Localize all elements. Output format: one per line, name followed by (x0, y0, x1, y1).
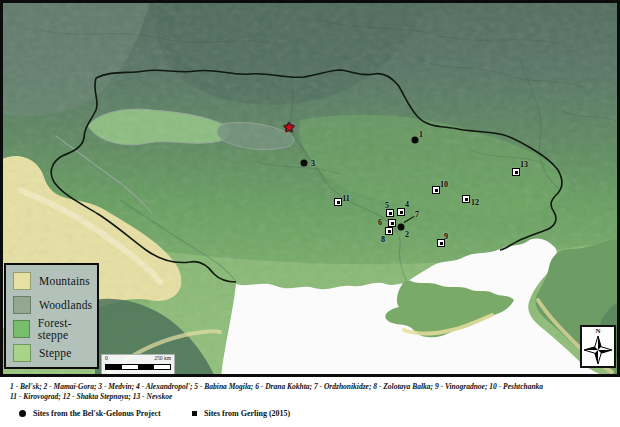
site-10-label: 10 (440, 180, 448, 189)
site-8-label: 8 (381, 235, 385, 244)
site-7-label: 7 (415, 210, 419, 219)
site-2-circle-marker (398, 224, 405, 231)
key-item-belsk-gelonus: Sites from the Bel'sk-Gelonus Project (19, 409, 161, 418)
site-3-label: 3 (311, 159, 315, 168)
key-item-gerling: Sites from Gerling (2015) (192, 409, 290, 418)
site-13-label: 13 (520, 160, 528, 169)
square-marker-icon (192, 411, 197, 416)
site-11-label: 11 (342, 194, 350, 203)
site-6-square-marker (388, 219, 396, 227)
site-7-leader-line (404, 216, 415, 223)
site-12-square-marker (462, 195, 470, 203)
circle-marker-icon (19, 410, 26, 417)
figure-caption: 1 - Bel'sk; 2 - Mamai-Gora; 3 - Medvin; … (10, 382, 614, 402)
figure-map-of-ukraine-sites: Mountains Woodlands Forest-steppe Steppe… (0, 0, 620, 427)
site-8-square-marker (385, 227, 393, 235)
site-12-label: 12 (471, 198, 479, 207)
caption-line-2: 11 - Kirovograd; 12 - Shakta Stepnaya; 1… (10, 392, 614, 402)
site-3-circle-marker (301, 160, 308, 167)
key-label: Sites from the Bel'sk-Gelonus Project (33, 409, 161, 418)
site-5-square-marker (386, 209, 394, 217)
site-10-square-marker (432, 186, 440, 194)
site-1-circle-marker (412, 137, 419, 144)
site-5-label: 5 (385, 201, 389, 210)
site-6-label: 6 (378, 218, 382, 227)
map-canvas: Mountains Woodlands Forest-steppe Steppe… (0, 0, 620, 377)
site-11-square-marker (334, 198, 342, 206)
caption-line-1: 1 - Bel'sk; 2 - Mamai-Gora; 3 - Medvin; … (10, 382, 614, 392)
site-9-label: 9 (444, 232, 448, 241)
site-4-square-marker (397, 208, 405, 216)
symbol-key: Sites from the Bel'sk-Gelonus Project Si… (0, 409, 620, 423)
site-13-square-marker (512, 168, 520, 176)
site-2-label: 2 (405, 230, 409, 239)
site-markers-layer: 12345678910111213★ (0, 0, 620, 377)
red-star-icon: ★ (283, 120, 296, 134)
key-label: Sites from Gerling (2015) (204, 409, 290, 418)
site-4-label: 4 (405, 200, 409, 209)
site-1-label: 1 (419, 130, 423, 139)
